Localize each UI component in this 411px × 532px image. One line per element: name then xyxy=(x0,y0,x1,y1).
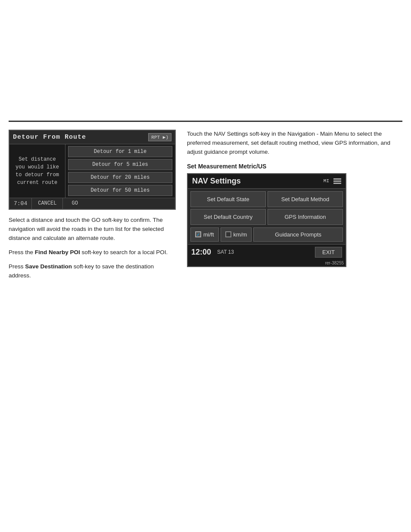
detour-left-col: Set distance you would like to detour fr… xyxy=(9,144,65,198)
set-default-state-button[interactable]: Set Default State xyxy=(190,191,266,207)
nav-mi-label: MI xyxy=(324,178,329,184)
nav-icon-line-2 xyxy=(333,180,341,182)
nav-buttons-grid: Set Default State Set Default Method Set… xyxy=(188,189,346,227)
page-container: Detour From Route RPT ▶) Set distance yo… xyxy=(0,0,411,532)
detour-option-4[interactable]: Detour for 50 miles xyxy=(68,185,172,196)
main-content: Detour From Route RPT ▶) Set distance yo… xyxy=(9,130,402,286)
find-nearby-poi-label: Find Nearby POI xyxy=(35,249,80,255)
para2-suffix: soft-key to search for a local POI. xyxy=(80,249,168,255)
nav-title-bar: NAV Settings MI xyxy=(188,174,346,189)
nav-screen-title: NAV Settings xyxy=(192,177,241,186)
detour-option-1[interactable]: Detour for 1 mile xyxy=(68,146,172,157)
detour-body: Set distance you would like to detour fr… xyxy=(9,144,175,198)
detour-title-bar: Detour From Route RPT ▶) xyxy=(9,131,175,144)
nav-icon-line-1 xyxy=(333,178,341,180)
nav-sat-label: SAT 13 xyxy=(217,249,315,255)
rer-badge: rer-38255 xyxy=(188,260,346,266)
nav-exit-button[interactable]: EXIT xyxy=(315,247,342,258)
para1: Select a distance and touch the GO soft-… xyxy=(9,216,177,243)
para3: Press Save Destination soft-key to save … xyxy=(9,262,177,280)
para3-prefix: Press xyxy=(9,263,25,270)
nav-footer: 12:00 SAT 13 EXIT xyxy=(188,244,346,260)
rpt-badge: RPT ▶) xyxy=(148,133,171,141)
detour-options-col: Detour for 1 mile Detour for 5 miles Det… xyxy=(65,144,175,198)
para2: Press the Find Nearby POI soft-key to se… xyxy=(9,248,177,257)
right-description: Touch the NAV Settings soft-key in the N… xyxy=(187,130,402,157)
set-default-method-button[interactable]: Set Default Method xyxy=(268,191,343,207)
detour-option-3[interactable]: Detour for 20 miles xyxy=(68,172,172,183)
left-panel: Detour From Route RPT ▶) Set distance yo… xyxy=(9,130,177,286)
detour-screen: Detour From Route RPT ▶) Set distance yo… xyxy=(9,130,176,210)
mi-ft-label: mi/ft xyxy=(203,231,214,238)
detour-cancel-button[interactable]: CANCEL xyxy=(32,198,63,209)
right-panel: Touch the NAV Settings soft-key in the N… xyxy=(187,130,402,267)
km-m-checkbox xyxy=(225,231,231,237)
set-default-country-button[interactable]: Set Default Country xyxy=(190,209,266,225)
km-m-label: km/m xyxy=(234,231,247,238)
detour-option-2[interactable]: Detour for 5 miles xyxy=(68,159,172,170)
nav-screen: NAV Settings MI Set Default State Set De… xyxy=(187,173,346,267)
detour-footer: 7:04 CANCEL GO xyxy=(9,198,175,209)
nav-footer-time: 12:00 xyxy=(191,248,211,257)
nav-measure-row: ✓ mi/ft km/m Guidance Prompts xyxy=(188,227,346,244)
para2-prefix: Press the xyxy=(9,249,35,255)
detour-title: Detour From Route xyxy=(13,134,86,141)
save-destination-label: Save Destination xyxy=(25,263,72,270)
top-divider xyxy=(9,121,402,122)
detour-go-button[interactable]: GO xyxy=(63,198,86,209)
nav-icon-line-3 xyxy=(333,183,341,184)
section-heading: Set Measurement Metric/US xyxy=(187,163,402,170)
measure-left-group: ✓ mi/ft km/m xyxy=(190,227,252,242)
guidance-prompts-button[interactable]: Guidance Prompts xyxy=(253,227,343,242)
mi-ft-checkbox: ✓ xyxy=(195,231,201,237)
km-m-button[interactable]: km/m xyxy=(221,227,252,242)
detour-footer-time: 7:04 xyxy=(9,198,32,209)
nav-menu-icon xyxy=(333,178,341,184)
mi-ft-button[interactable]: ✓ mi/ft xyxy=(190,227,219,242)
left-description-text: Select a distance and touch the GO soft-… xyxy=(9,216,177,280)
gps-information-button[interactable]: GPS Information xyxy=(268,209,343,225)
detour-description: Set distance you would like to detour fr… xyxy=(14,156,61,187)
nav-title-icons: MI xyxy=(324,178,341,184)
